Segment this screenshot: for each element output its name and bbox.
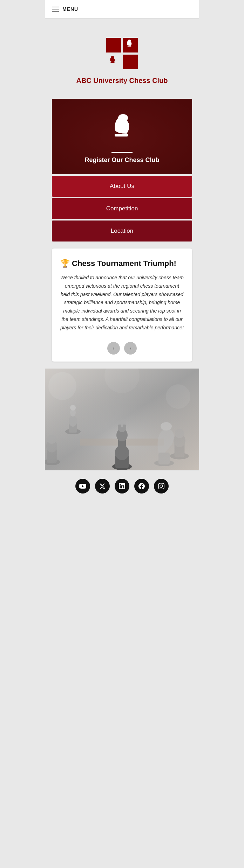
twitter-x-icon[interactable] [95, 479, 110, 493]
chess-image [45, 369, 199, 470]
svg-point-16 [69, 415, 77, 427]
news-title: 🏆 Chess Tournament Triumph! [60, 259, 184, 268]
location-button[interactable]: Location [52, 220, 192, 241]
svg-point-37 [175, 429, 184, 438]
nav-buttons: About Us Competition Location [45, 176, 199, 241]
svg-rect-6 [111, 62, 115, 63]
prev-card-button[interactable]: ‹ [107, 342, 120, 355]
hero-banner: Register Our Chess Club [52, 99, 192, 174]
svg-point-33 [47, 435, 56, 444]
banner-divider [111, 152, 133, 153]
next-card-button[interactable]: › [124, 342, 137, 355]
logo-section: ABC University Chess Club [45, 19, 199, 99]
svg-rect-9 [115, 134, 128, 136]
linkedin-icon[interactable] [115, 479, 129, 493]
svg-rect-3 [128, 46, 131, 47]
chess-scene-svg [45, 369, 199, 470]
svg-point-29 [161, 422, 172, 430]
svg-rect-28 [158, 453, 170, 464]
youtube-icon[interactable] [75, 479, 90, 493]
menu-label[interactable]: MENU [62, 6, 78, 12]
menu-icon[interactable] [52, 7, 59, 12]
competition-button[interactable]: Competition [52, 198, 192, 219]
chess-logo-svg [104, 36, 140, 71]
news-card: 🏆 Chess Tournament Triumph! We're thrill… [52, 248, 192, 362]
news-body: We're thrilled to announce that our univ… [60, 274, 184, 332]
svg-rect-0 [106, 38, 121, 52]
facebook-icon[interactable] [134, 479, 149, 493]
banner-title: Register Our Chess Club [84, 156, 159, 164]
svg-point-10 [120, 116, 122, 118]
svg-point-18 [70, 405, 76, 411]
about-us-button[interactable]: About Us [52, 176, 192, 197]
svg-point-39 [166, 384, 190, 409]
instagram-icon[interactable] [154, 479, 169, 493]
card-navigation: ‹ › [60, 342, 184, 355]
knight-icon [110, 113, 134, 146]
header: MENU [45, 0, 199, 19]
svg-rect-7 [123, 55, 138, 69]
svg-point-38 [48, 372, 76, 400]
svg-rect-26 [118, 422, 126, 425]
footer [45, 470, 199, 502]
club-name: ABC University Chess Club [76, 77, 168, 85]
